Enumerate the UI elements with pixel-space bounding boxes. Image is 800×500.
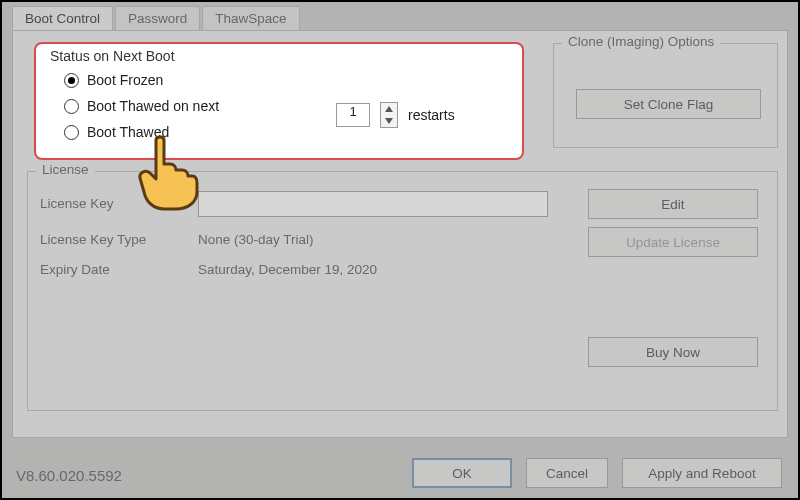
update-license-button[interactable]: Update License [588, 227, 758, 257]
cancel-button[interactable]: Cancel [526, 458, 608, 488]
radio-icon [64, 99, 79, 114]
tab-strip: Boot Control Password ThawSpace [12, 6, 300, 30]
spinner-down-button[interactable] [381, 115, 397, 127]
radio-boot-frozen[interactable]: Boot Frozen [64, 72, 219, 88]
expiry-date-label: Expiry Date [40, 262, 110, 277]
tab-password[interactable]: Password [115, 6, 200, 30]
license-group-title: License [36, 162, 95, 177]
license-type-label: License Key Type [40, 232, 146, 247]
radio-boot-thawed-on-next[interactable]: Boot Thawed on next [64, 98, 219, 114]
apply-and-reboot-button[interactable]: Apply and Reboot [622, 458, 782, 488]
status-group-title: Status on Next Boot [50, 48, 175, 64]
restarts-unit-label: restarts [408, 107, 455, 123]
tab-thawspace[interactable]: ThawSpace [202, 6, 299, 30]
set-clone-flag-button[interactable]: Set Clone Flag [576, 89, 761, 119]
restart-count-spinner: 1 restarts [336, 102, 455, 128]
expiry-date-value: Saturday, December 19, 2020 [198, 262, 377, 277]
chevron-up-icon [385, 106, 393, 112]
version-label: V8.60.020.5592 [16, 467, 122, 484]
footer-buttons: OK Cancel Apply and Reboot [412, 458, 782, 488]
license-key-label: License Key [40, 196, 114, 211]
clone-group-title: Clone (Imaging) Options [562, 34, 720, 49]
radio-label: Boot Thawed on next [87, 98, 219, 114]
radio-icon [64, 73, 79, 88]
chevron-down-icon [385, 118, 393, 124]
buy-now-button[interactable]: Buy Now [588, 337, 758, 367]
ok-button[interactable]: OK [412, 458, 512, 488]
license-key-input[interactable] [198, 191, 548, 217]
radio-label: Boot Frozen [87, 72, 163, 88]
edit-license-button[interactable]: Edit [588, 189, 758, 219]
radio-icon [64, 125, 79, 140]
radio-label: Boot Thawed [87, 124, 169, 140]
restart-count-input[interactable]: 1 [336, 103, 370, 127]
tab-boot-control[interactable]: Boot Control [12, 6, 113, 30]
spinner-up-button[interactable] [381, 103, 397, 115]
clone-options-group: Clone (Imaging) Options Set Clone Flag [553, 43, 778, 148]
spinner-buttons [380, 102, 398, 128]
license-type-value: None (30-day Trial) [198, 232, 314, 247]
status-on-next-boot-group: Status on Next Boot Boot Frozen Boot Tha… [34, 42, 524, 160]
radio-boot-thawed[interactable]: Boot Thawed [64, 124, 219, 140]
license-group: License License Key License Key Type Non… [27, 171, 778, 411]
